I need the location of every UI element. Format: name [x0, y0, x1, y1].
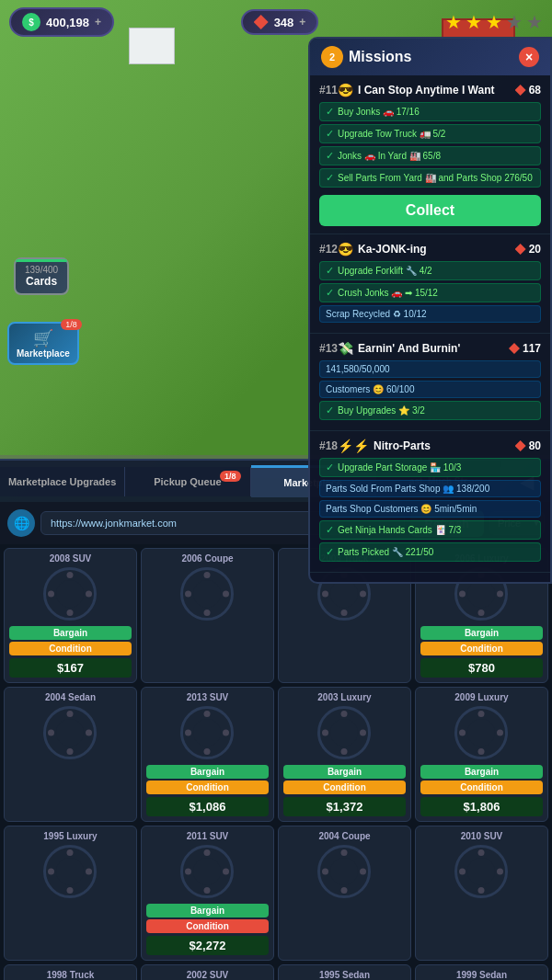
money-add-icon[interactable]: + [95, 16, 101, 28]
mission-num-18: #18 [319, 439, 338, 452]
car-card-13[interactable]: 2002 SUV Bargain Condition $4,291 [141, 964, 274, 980]
price-0: $167 [9, 658, 132, 678]
missions-header: 2 Missions × [310, 39, 550, 75]
bargain-badge-9: Bargain [146, 904, 269, 917]
car-image-5 [180, 706, 236, 761]
top-hud: $ 400,198 + 348 + ★ ★ ★ ★ ★ [0, 7, 552, 37]
car-card-5[interactable]: 2013 SUV Bargain Condition $1,086 [141, 687, 274, 822]
condition-badge-0: Condition [9, 642, 132, 655]
mission-name-18: Nitro-Parts [374, 439, 511, 452]
mission-name-13: Earnin' And Burnin' [358, 342, 504, 355]
mission-name-12: Ka-JONK-ing [358, 243, 511, 256]
reward-gem-11 [515, 85, 526, 96]
cards-button[interactable]: 139/400 Cards [14, 257, 69, 295]
bargain-badge-6: Bargain [283, 765, 406, 779]
money-display: $ 400,198 + [9, 7, 114, 37]
reward-gem-18 [515, 440, 526, 451]
condition-badge-5: Condition [146, 781, 269, 794]
car-card-7[interactable]: 2009 Luxury Bargain Condition $1,806 [415, 687, 548, 822]
missions-icon: 2 [321, 46, 343, 68]
tab-pickup-queue[interactable]: Pickup Queue 1/8 [125, 467, 250, 496]
mission-item-18: #18 ⚡⚡ Nitro-Parts 80 ✓ Upgrade Part Sto… [310, 431, 550, 573]
missions-title-text: Missions [349, 49, 411, 65]
car-image-4 [43, 706, 98, 761]
missions-close-button[interactable]: × [519, 47, 539, 67]
reward-num-11: 68 [529, 84, 541, 97]
pickup-queue-badge: 1/8 [220, 471, 241, 482]
mission-item-13: #13 💸 Earnin' And Burnin' 117 141,580/50… [310, 334, 550, 431]
mission-task: Parts Shop Customers 😊 5min/5min [319, 500, 541, 518]
mission-num-13: #13 [319, 342, 338, 355]
star-5: ★ [526, 11, 543, 33]
money-icon: $ [22, 13, 40, 31]
star-3: ★ [486, 11, 502, 33]
car-image-11 [454, 845, 510, 900]
gems-add-icon[interactable]: + [299, 16, 305, 28]
reward-num-13: 117 [523, 342, 541, 355]
bargain-badge-5: Bargain [146, 765, 269, 779]
gem-icon [254, 15, 269, 29]
car-card-1[interactable]: 2006 Coupe [141, 548, 274, 683]
bargain-badge-3: Bargain [420, 626, 543, 640]
condition-badge-7: Condition [420, 781, 543, 794]
mission-task: ✓ Buy Upgrades ⭐ 3/2 [319, 401, 541, 420]
cart-count: 1/8 [61, 319, 82, 330]
star-4: ★ [506, 11, 523, 33]
missions-title: 2 Missions [321, 46, 411, 68]
car-image-9 [180, 845, 236, 900]
collect-button[interactable]: Collect [319, 195, 541, 226]
star-2: ★ [466, 11, 482, 33]
car-card-10[interactable]: 2004 Coupe [278, 826, 411, 961]
mission-task: ✓ Crush Jonks 🚗 ➡ 15/12 [319, 283, 541, 302]
mission-task: ✓ Jonks 🚗 In Yard 🏭 65/8 [319, 146, 541, 165]
reward-num-18: 80 [529, 439, 541, 452]
mission-name-11: I Can Stop Anytime I Want [358, 84, 511, 97]
condition-badge-6: Condition [283, 781, 406, 794]
globe-icon: 🌐 [7, 509, 35, 537]
car-card-14[interactable]: 1995 Sedan [278, 964, 411, 980]
car-card-15[interactable]: 1999 Sedan Bargain Condition $6,638 [415, 964, 548, 980]
car-card-9[interactable]: 2011 SUV Bargain Condition $2,272 [141, 826, 274, 961]
money-value: 400,198 [46, 16, 89, 29]
car-card-8[interactable]: 1995 Luxury [4, 826, 137, 961]
car-image-1 [180, 567, 236, 622]
stars-display: ★ ★ ★ ★ ★ [445, 11, 543, 33]
car-card-11[interactable]: 2010 SUV [415, 826, 548, 961]
marketplace-cart-button[interactable]: 🛒 Marketplace 1/8 [7, 322, 79, 365]
tab-marketplace-upgrades[interactable]: Marketplace Upgrades [0, 467, 125, 496]
car-image-7 [454, 706, 510, 761]
car-card-12[interactable]: 1998 Truck Bargain Condition $3,546 [4, 964, 137, 980]
mission-item-11: #11 😎 I Can Stop Anytime I Want 68 ✓ Buy… [310, 75, 550, 234]
marketplace-cart-label: Marketplace [17, 348, 70, 359]
reward-gem-13 [509, 343, 520, 354]
car-grid: 2008 SUV Bargain Condition $167 2006 Cou… [0, 544, 552, 980]
price-6: $1,372 [283, 797, 406, 816]
mission-task: ✓ Upgrade Tow Truck 🚛 5/2 [319, 124, 541, 143]
mission-task: Parts Sold From Parts Shop 👥 138/200 [319, 480, 541, 497]
car-card-0[interactable]: 2008 SUV Bargain Condition $167 [4, 548, 137, 683]
reward-gem-12 [515, 244, 526, 255]
bargain-badge-7: Bargain [420, 765, 543, 779]
price-3: $780 [420, 658, 543, 678]
mission-item-12: #12 😎 Ka-JONK-ing 20 ✓ Upgrade Forklift … [310, 234, 550, 334]
car-image-10 [317, 845, 373, 900]
price-7: $1,806 [420, 797, 543, 816]
mission-task: Customers 😊 60/100 [319, 381, 541, 398]
gems-display: 348 + [241, 9, 319, 35]
gems-value: 348 [274, 16, 294, 29]
mission-task: ✓ Upgrade Forklift 🔧 4/2 [319, 261, 541, 280]
mission-task: ✓ Buy Jonks 🚗 17/16 [319, 102, 541, 121]
mission-num-11: #11 [319, 84, 338, 97]
mission-task-incomplete: Scrap Recycled ♻ 10/12 [319, 305, 541, 323]
mission-task: ✓ Upgrade Part Storage 🏪 10/3 [319, 458, 541, 477]
reward-num-12: 20 [529, 243, 541, 256]
mission-num-12: #12 [319, 243, 338, 256]
car-card-4[interactable]: 2004 Sedan [4, 687, 137, 822]
cards-count-label: 139/400 [25, 265, 58, 275]
car-image-8 [43, 845, 98, 900]
mission-task: ✓ Get Ninja Hands Cards 🃏 7/3 [319, 520, 541, 540]
star-1: ★ [445, 11, 462, 33]
condition-badge-3: Condition [420, 642, 543, 655]
car-card-6[interactable]: 2003 Luxury Bargain Condition $1,372 [278, 687, 411, 822]
mission-task: 141,580/50,000 [319, 360, 541, 378]
